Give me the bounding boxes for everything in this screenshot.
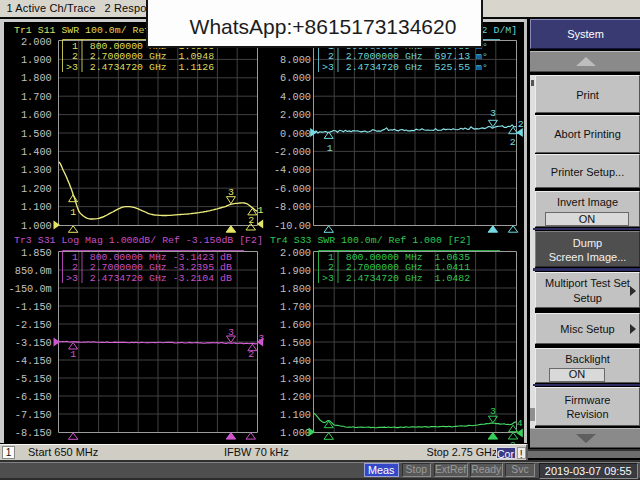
svg-text:-1.150: -1.150 xyxy=(15,301,52,313)
svg-text:-3.150: -3.150 xyxy=(15,337,52,349)
svg-text:8.000: 8.000 xyxy=(280,54,311,66)
svg-text:1: 1 xyxy=(70,349,76,360)
svg-text:1.300: 1.300 xyxy=(280,373,311,385)
svg-text:1.400: 1.400 xyxy=(21,146,52,158)
svg-text:-7.150: -7.150 xyxy=(15,409,52,421)
svg-text:2: 2 xyxy=(248,349,254,360)
svg-text:1.800: 1.800 xyxy=(280,283,311,295)
svg-text:2.000: 2.000 xyxy=(280,109,311,121)
svg-text:-6.150: -6.150 xyxy=(15,391,52,403)
svg-text:-2.000: -2.000 xyxy=(274,146,311,158)
svg-text:2: 2 xyxy=(510,137,516,148)
svg-text:-4.000: -4.000 xyxy=(274,164,311,176)
svg-text:4: 4 xyxy=(517,418,523,429)
svg-text:>3 2.4734720 GHz 525.55 m°: >3 2.4734720 GHz 525.55 m° xyxy=(322,62,488,73)
svg-text:1.500: 1.500 xyxy=(21,128,52,140)
svg-text:1.600: 1.600 xyxy=(280,319,311,331)
svg-text:1.850: 1.850 xyxy=(21,247,52,259)
svg-text:2.000: 2.000 xyxy=(21,36,52,48)
svg-text:3: 3 xyxy=(490,108,496,119)
svg-text:1: 1 xyxy=(70,207,76,218)
svg-text:1.100: 1.100 xyxy=(21,201,52,213)
svg-text:-8.000: -8.000 xyxy=(274,201,311,213)
svg-text:-2.150: -2.150 xyxy=(15,319,52,331)
svg-text:1.200: 1.200 xyxy=(280,391,311,403)
svg-text:3: 3 xyxy=(228,327,234,338)
svg-text:>3 2.4734720 GHz -3.2104 dB: >3 2.4734720 GHz -3.2104 dB xyxy=(66,273,232,284)
svg-text:2.000: 2.000 xyxy=(280,247,311,259)
svg-text:1.800: 1.800 xyxy=(21,72,52,84)
svg-text:Tr3 S31 Log Mag 1.000dB/ Ref -: Tr3 S31 Log Mag 1.000dB/ Ref -3.150dB [F… xyxy=(14,235,263,246)
svg-text:1.300: 1.300 xyxy=(21,164,52,176)
svg-text:1: 1 xyxy=(258,205,264,216)
svg-text:1.200: 1.200 xyxy=(21,183,52,195)
svg-text:1.500: 1.500 xyxy=(280,337,311,349)
svg-text:1.700: 1.700 xyxy=(280,301,311,313)
svg-text:-5.150: -5.150 xyxy=(15,373,52,385)
svg-text:1.900: 1.900 xyxy=(21,54,52,66)
svg-text:-4.150: -4.150 xyxy=(15,355,52,367)
svg-text:-150.0m: -150.0m xyxy=(9,283,52,295)
svg-text:1: 1 xyxy=(327,143,333,154)
svg-text:1.600: 1.600 xyxy=(21,109,52,121)
svg-text:>3 2.4734720 GHz 1.0482: >3 2.4734720 GHz 1.0482 xyxy=(322,273,470,284)
svg-text:Tr4 S33 SWR 100.0m/ Ref 1.000: Tr4 S33 SWR 100.0m/ Ref 1.000 [F2] xyxy=(270,235,471,246)
svg-text:1.700: 1.700 xyxy=(21,91,52,103)
svg-text:1.000: 1.000 xyxy=(280,427,311,439)
svg-text:1.400: 1.400 xyxy=(280,355,311,367)
svg-text:1.000: 1.000 xyxy=(21,220,52,232)
svg-text:1.900: 1.900 xyxy=(280,265,311,277)
svg-text:850.0m: 850.0m xyxy=(15,265,52,277)
svg-text:0.000: 0.000 xyxy=(280,128,311,140)
svg-text:-10.00: -10.00 xyxy=(274,220,311,232)
svg-text:3: 3 xyxy=(228,187,234,198)
svg-text:4.000: 4.000 xyxy=(280,91,311,103)
svg-text:2: 2 xyxy=(518,119,524,130)
svg-text:3: 3 xyxy=(490,406,496,417)
svg-text:-6.000: -6.000 xyxy=(274,183,311,195)
svg-text:1.100: 1.100 xyxy=(280,409,311,421)
svg-text:-8.150: -8.150 xyxy=(15,427,52,439)
svg-text:>3 2.4734720 GHz 1.1126: >3 2.4734720 GHz 1.1126 xyxy=(66,62,214,73)
svg-text:6.000: 6.000 xyxy=(280,72,311,84)
